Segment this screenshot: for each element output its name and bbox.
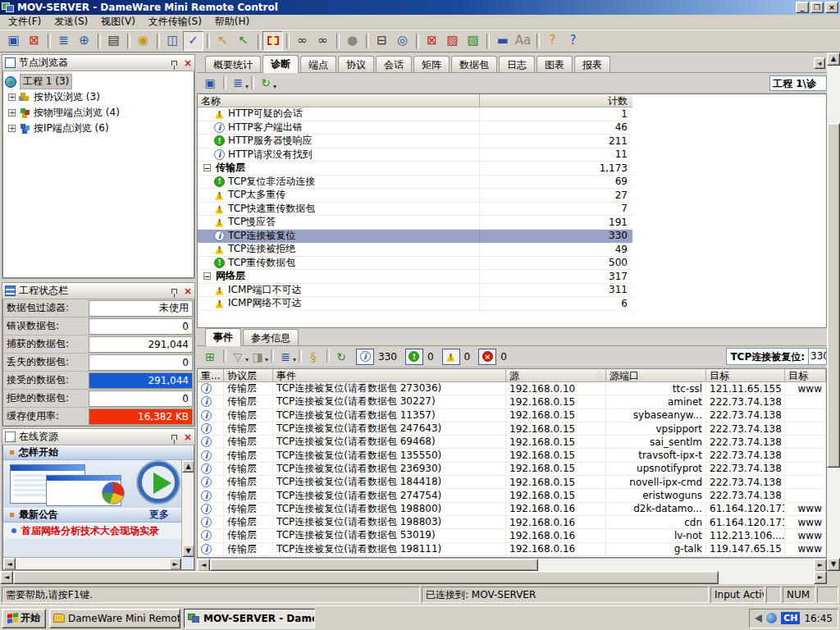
disconnect-icon[interactable]: ⊠ <box>24 31 44 51</box>
event-column-header[interactable]: 重... <box>198 369 224 381</box>
diag-row[interactable]: 传输层 1,173 <box>198 162 632 176</box>
event-column-header[interactable]: 目标 <box>785 369 826 381</box>
event-row[interactable]: 传输层 TCP连接被复位(请看数据包 184418) 192.168.0.15 … <box>198 476 826 489</box>
expand-icon[interactable]: + <box>8 94 16 101</box>
tree-item[interactable]: + 按IP端点浏览 (6) <box>5 121 192 136</box>
columns-icon[interactable]: ≣ <box>276 348 295 365</box>
scroll-right-icon[interactable]: ► <box>169 558 181 570</box>
event-hscrollbar[interactable]: ◄ ► <box>197 558 827 571</box>
view-tab[interactable]: 报表 <box>574 56 610 72</box>
view-list-icon[interactable]: ≣ <box>53 31 74 51</box>
scroll-down-icon[interactable]: ▼ <box>827 558 840 571</box>
more-link[interactable]: 更多 <box>149 508 169 522</box>
view-tab[interactable]: 会话 <box>376 56 412 72</box>
menu-item[interactable]: 视图(V) <box>94 14 142 30</box>
volume-icon[interactable] <box>755 614 762 623</box>
scrollbar-thumb[interactable] <box>827 123 840 468</box>
close-panel-icon[interactable]: × <box>184 286 192 296</box>
counter-toggle-button[interactable] <box>356 349 374 365</box>
fullscreen-icon[interactable]: ⊕ <box>74 31 94 51</box>
diag-row[interactable]: TCP太多重传 27 <box>198 189 632 203</box>
online-vscrollbar[interactable]: ▲ ▼ <box>181 460 194 557</box>
zoom-icon[interactable]: ◎ <box>392 31 413 51</box>
event-row[interactable]: 传输层 TCP连接被复位(请看数据包 11357) 192.168.0.15 s… <box>198 409 826 422</box>
view-tab[interactable]: 矩阵 <box>413 56 450 72</box>
pin-icon[interactable] <box>171 435 177 440</box>
scroll-right-icon[interactable]: ► <box>814 559 827 572</box>
diag-row[interactable]: HTTP客户端出错 46 <box>198 121 632 135</box>
diag-row[interactable]: TCP连接被复位 330 <box>198 230 632 244</box>
disconnect-all-icon[interactable]: ⊠ <box>422 31 442 51</box>
close-panel-icon[interactable]: × <box>184 432 192 442</box>
event-row[interactable]: 传输层 TCP连接被复位(请看数据包 236930) 192.168.0.15 … <box>198 463 826 476</box>
options-check-icon[interactable]: ✓ <box>183 31 203 51</box>
event-filter-value[interactable]: 330 <box>809 348 827 365</box>
lock-icon[interactable]: ◉ <box>133 31 153 51</box>
diag-row[interactable]: HTTP服务器慢响应 211 <box>198 135 632 148</box>
expand-icon[interactable]: + <box>8 109 16 116</box>
tree-root-project[interactable]: 工程 1 (3) <box>5 74 192 89</box>
play-button-icon[interactable] <box>138 462 179 503</box>
menu-item[interactable]: 文件(F) <box>2 14 48 30</box>
record-icon[interactable]: ● <box>342 31 363 51</box>
view-tab[interactable]: 日志 <box>499 56 535 72</box>
start-button[interactable]: 开始 <box>2 609 46 628</box>
detail-icon[interactable]: ◨ <box>248 348 267 365</box>
menu-item[interactable]: 发送(S) <box>48 14 94 30</box>
event-row[interactable]: 传输层 TCP连接被复位(请看数据包 273036) 192.168.0.10 … <box>198 382 826 395</box>
view-tab[interactable]: 数据包 <box>451 56 497 72</box>
folder-lock-icon[interactable]: ▨ <box>442 31 463 51</box>
scroll-left-icon[interactable]: ◄ <box>197 559 210 572</box>
view-tab[interactable]: 诊断 <box>262 55 299 73</box>
close-button[interactable]: × <box>825 2 838 13</box>
diag-row[interactable]: HTTP可疑的会话 1 <box>198 107 632 121</box>
diag-row[interactable]: ICMP网络不可达 6 <box>198 297 632 311</box>
scroll-up-icon[interactable]: ▲ <box>827 52 840 66</box>
scroll-left-icon[interactable]: ◄ <box>3 558 16 570</box>
diag-row[interactable]: 网络层 317 <box>198 270 632 284</box>
event-row[interactable]: 传输层 TCP连接被复位(请看数据包 198800) 192.168.0.16 … <box>198 503 826 516</box>
tree-item[interactable]: + 按物理端点浏览 (4) <box>5 105 192 121</box>
diag-row[interactable]: TCP慢应答 191 <box>198 216 632 230</box>
event-column-header[interactable]: 源 <box>506 369 606 381</box>
event-row[interactable]: 传输层 TCP连接被复位(请看数据包 30227) 192.168.0.15 a… <box>198 395 826 409</box>
diag-row[interactable]: TCP连接被拒绝 49 <box>198 243 632 257</box>
event-tab[interactable]: 参考信息 <box>243 329 299 345</box>
pin-icon[interactable] <box>171 289 177 294</box>
scroll-right-icon[interactable]: ► <box>814 571 827 584</box>
cursor-left-icon[interactable]: ↖ <box>212 31 233 51</box>
diag-row[interactable]: TCP快速重传数据包 7 <box>198 203 632 217</box>
scroll-up-icon[interactable]: ▲ <box>182 460 194 472</box>
key-icon[interactable]: § <box>304 348 323 365</box>
counter-toggle-button[interactable] <box>478 349 496 365</box>
diag-row[interactable]: TCP复位非活动连接 69 <box>198 176 632 189</box>
taskbar-item-dameware[interactable]: MOV-SERVER - DameWa... <box>184 609 315 628</box>
view-only2-icon[interactable]: ∞ <box>313 31 333 51</box>
promo-image[interactable] <box>3 460 194 508</box>
refresh-icon[interactable]: ↻ <box>331 348 351 365</box>
add-filter-icon[interactable]: ⊞ <box>200 348 220 365</box>
column-name[interactable]: 名称 <box>198 94 480 107</box>
diag-row[interactable]: TCP重传数据包 500 <box>198 257 632 271</box>
help-icon[interactable]: ? <box>542 31 563 51</box>
window-icon[interactable]: ▬ <box>492 31 513 51</box>
view-tab[interactable]: 端点 <box>300 56 336 72</box>
taskbar-item-folder[interactable]: DameWare Mini Remote ... <box>49 609 180 628</box>
tree-item[interactable]: + 按协议浏览 (3) <box>5 89 192 105</box>
view-tab[interactable]: 协议 <box>338 56 374 72</box>
remote-screen-icon[interactable]: ◫ <box>162 31 183 51</box>
event-column-header[interactable]: 目标 <box>706 369 785 381</box>
counter-toggle-button[interactable] <box>405 349 423 365</box>
restore-button[interactable]: ❐ <box>810 2 824 13</box>
print-icon[interactable]: ⊟ <box>372 31 392 51</box>
filter-icon[interactable]: ▽ <box>228 348 248 365</box>
filter-list-icon[interactable]: ≣ <box>228 75 248 92</box>
diag-row[interactable]: HTTP请求没有找到 11 <box>198 148 632 162</box>
column-count[interactable]: 计数 <box>480 94 632 107</box>
event-row[interactable]: 传输层 TCP连接被复位(请看数据包 135550) 192.168.0.15 … <box>198 449 826 462</box>
tab-scroll-left-icon[interactable]: ◂ <box>814 57 825 69</box>
event-row[interactable]: 传输层 TCP连接被复位(请看数据包 198803) 192.168.0.16 … <box>198 516 826 529</box>
diag-row[interactable]: ICMP端口不可达 311 <box>198 284 632 298</box>
event-column-header[interactable]: 协议层 <box>224 369 273 381</box>
event-column-header[interactable]: 事件 <box>273 369 506 381</box>
